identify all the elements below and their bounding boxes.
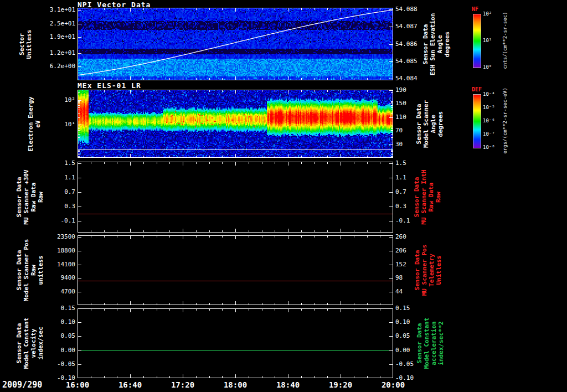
colorbar-tick-label: 10⁻⁸ xyxy=(483,145,495,150)
y-axis-title-left: Electron EnergyeV xyxy=(27,96,42,151)
y-axis-tick-label-right: 0.15 xyxy=(395,305,431,312)
panel-title-mex-els: MEx ELS-01 LR xyxy=(78,81,141,90)
y-axis-tick-label-right: 54.084 xyxy=(395,75,431,82)
colorbar-tick-label: 10¹ xyxy=(483,38,492,43)
y-axis-tick-label-left: 1.5 xyxy=(32,160,75,167)
y-axis-tick-label-left: 3.1e+01 xyxy=(32,7,75,13)
npi-spectrogram xyxy=(78,8,393,80)
y-axis-tick-label-right: 260 xyxy=(395,234,431,240)
colorbar-tick-label: 10⁻⁷ xyxy=(483,131,495,137)
colorbar-tick-label: 10² xyxy=(483,11,492,17)
y-axis-tick-label-right: 1.5 xyxy=(395,160,431,167)
y-axis-title-left: Sensor DataMU Scanner +30VRaw DataRaw xyxy=(16,169,44,224)
colorbar-units-label: cnts/(cm**2-sr-sec) xyxy=(502,12,508,69)
colorbar-units-label: ergs/(cm**2-sr-sec-eV) xyxy=(502,87,508,153)
x-axis-tick-label: 20:00 xyxy=(371,380,415,389)
colorbar-tick-label: 10⁻⁵ xyxy=(483,105,495,110)
x-axis-tick-label: 16:00 xyxy=(55,380,100,389)
colorbar-title-def: DEF xyxy=(472,86,482,92)
y-axis-title-right: Sensor DataMU Scanner PosTelemetryUnitle… xyxy=(414,245,442,296)
y-axis-tick-label-right: 190 xyxy=(395,87,431,94)
mu-scanner-raw-plot xyxy=(78,162,393,233)
x-axis-tick-label: 17:20 xyxy=(161,380,205,389)
y-axis-title-right: Sensor DataMU Scanner IntHRaw DataRaw xyxy=(413,169,442,224)
y-axis-tick-label-left: 2.5e+01 xyxy=(32,20,75,27)
x-axis-tick-label: 18:40 xyxy=(266,380,310,389)
colorbar-gradient-def xyxy=(473,94,481,148)
y-axis-title-left: SectorUnitless xyxy=(18,29,33,59)
els-spectrogram xyxy=(78,90,393,158)
model-constant-velocity-plot xyxy=(78,308,393,378)
y-axis-tick-label-left: 0.15 xyxy=(32,305,75,312)
x-axis-tick-label: 19:20 xyxy=(318,380,363,389)
colorbar-gradient-nf xyxy=(473,14,481,68)
y-axis-title-right: Sensor DataModel ScannerAngledegrees xyxy=(415,100,444,147)
y-axis-tick-label-left: 1.2e+01 xyxy=(32,50,75,56)
y-axis-tick-label-left: 1.9e+01 xyxy=(32,34,75,40)
colorbar-tick-label: 10⁰ xyxy=(483,64,492,70)
colorbar-tick-label: 10⁻⁶ xyxy=(483,118,495,123)
colorbar-tick-label: 10⁻⁴ xyxy=(483,91,495,97)
y-axis-title-left: Sensor DataModel Constantvelocityindex/s… xyxy=(16,318,44,369)
y-axis-title-right: Sensor DataESH Sun ElevationAngledegrees xyxy=(422,13,451,75)
y-axis-title-left: Sensor DataModel Scanner PosRawunitless xyxy=(16,239,44,302)
y-axis-tick-label-left: 6.2e+00 xyxy=(32,63,75,70)
x-axis-tick-label: 18:00 xyxy=(213,380,257,389)
y-axis-title-right: Sensor DataModel Constantaccelerationind… xyxy=(416,318,445,369)
y-axis-tick-label-right: 54.088 xyxy=(395,6,431,13)
x-axis-tick-label: 16:40 xyxy=(108,380,152,389)
model-scanner-pos-plot xyxy=(78,235,393,305)
colorbar-title-nf: NF xyxy=(472,6,478,12)
science-plot-stack: NPI Vector Data MEx ELS-01 LR 2009/290 3… xyxy=(0,0,567,392)
